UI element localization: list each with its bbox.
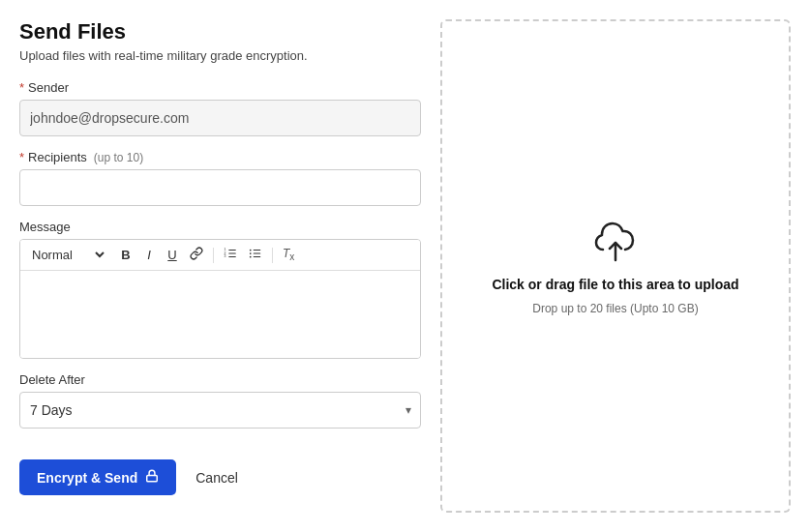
bold-icon: B: [121, 248, 130, 262]
page-subtitle: Upload files with real-time military gra…: [19, 48, 421, 63]
sender-required-star: *: [19, 80, 24, 95]
upload-cloud-icon: [590, 217, 641, 267]
unordered-list-button[interactable]: [244, 244, 267, 266]
cancel-button[interactable]: Cancel: [192, 460, 242, 495]
message-editor[interactable]: [20, 271, 420, 358]
upload-icon-wrap: [590, 217, 641, 267]
main-container: Send Files Upload files with real-time m…: [0, 0, 810, 532]
recipients-required-star: *: [19, 150, 24, 164]
italic-icon: I: [147, 248, 151, 262]
delete-after-select-wrap: 1 Day 3 Days 7 Days 14 Days 30 Days Neve…: [19, 392, 421, 429]
encrypt-send-label: Encrypt & Send: [37, 470, 137, 486]
link-icon: [190, 247, 203, 263]
editor-toolbar: Normal Heading 1 Heading 2 B I U: [20, 240, 420, 271]
bottom-actions: Encrypt & Send Cancel: [19, 459, 421, 495]
upload-sub-text: Drop up to 20 files (Upto 10 GB): [532, 302, 698, 315]
recipients-hint: (up to 10): [94, 151, 143, 164]
message-field-group: Message Normal Heading 1 Heading 2 B: [19, 220, 421, 359]
ordered-list-button[interactable]: 1 2 3: [219, 244, 242, 266]
upload-area[interactable]: Click or drag file to this area to uploa…: [440, 19, 791, 513]
svg-point-10: [250, 252, 252, 254]
encrypt-send-button[interactable]: Encrypt & Send: [19, 459, 176, 495]
underline-icon: U: [167, 248, 176, 262]
format-select-wrap[interactable]: Normal Heading 1 Heading 2: [26, 247, 107, 263]
sender-field-group: * Sender: [19, 80, 421, 136]
italic-button[interactable]: I: [138, 245, 160, 265]
upload-main-text: Click or drag file to this area to uploa…: [492, 277, 738, 292]
sender-label-text: Sender: [28, 80, 69, 95]
svg-point-9: [250, 250, 252, 251]
sender-input[interactable]: [19, 100, 421, 136]
underline-button[interactable]: U: [162, 245, 183, 265]
delete-after-select[interactable]: 1 Day 3 Days 7 Days 14 Days 30 Days Neve…: [19, 392, 421, 429]
editor-container: Normal Heading 1 Heading 2 B I U: [19, 239, 421, 359]
ordered-list-icon: 1 2 3: [224, 247, 237, 263]
svg-text:3: 3: [225, 254, 226, 258]
format-select[interactable]: Normal Heading 1 Heading 2: [26, 247, 107, 263]
recipients-field-group: * Recipients (up to 10): [19, 150, 421, 206]
recipients-label-text: Recipients: [28, 150, 87, 164]
svg-point-11: [250, 256, 252, 258]
toolbar-divider: [213, 248, 214, 263]
unordered-list-icon: [249, 247, 262, 263]
page-title: Send Files: [19, 19, 421, 44]
svg-rect-12: [147, 475, 158, 481]
recipients-label: * Recipients (up to 10): [19, 150, 421, 164]
lock-icon: [145, 469, 159, 486]
link-button[interactable]: [185, 244, 208, 266]
delete-after-field-group: Delete After 1 Day 3 Days 7 Days 14 Days…: [19, 372, 421, 429]
clear-format-icon: Tx: [283, 247, 294, 262]
clear-format-button[interactable]: Tx: [278, 244, 299, 265]
recipients-input[interactable]: [19, 169, 421, 206]
message-label: Message: [19, 220, 421, 234]
toolbar-divider-2: [272, 248, 273, 263]
left-panel: Send Files Upload files with real-time m…: [19, 19, 421, 513]
sender-label: * Sender: [19, 80, 421, 95]
delete-after-label: Delete After: [19, 372, 421, 387]
bold-button[interactable]: B: [115, 245, 136, 265]
